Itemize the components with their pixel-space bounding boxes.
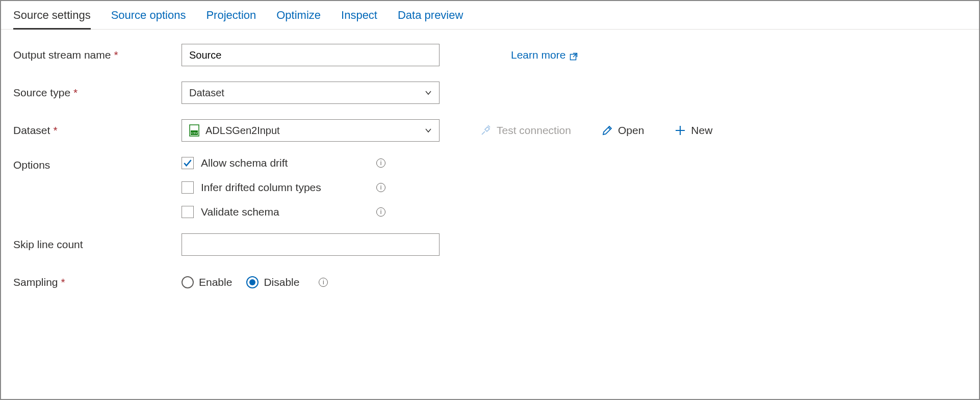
- row-skip-line-count: Skip line count: [13, 233, 967, 256]
- tab-source-options[interactable]: Source options: [111, 3, 186, 30]
- plus-icon: [675, 125, 686, 136]
- info-icon[interactable]: i: [376, 183, 385, 192]
- external-link-icon: [570, 51, 578, 59]
- dataset-select[interactable]: CSV ADLSGen2Input: [182, 119, 440, 142]
- tab-optimize[interactable]: Optimize: [276, 3, 321, 30]
- plug-icon: [480, 125, 492, 136]
- label-dataset: Dataset*: [13, 124, 182, 137]
- skip-line-count-input[interactable]: [182, 233, 440, 256]
- tab-source-settings[interactable]: Source settings: [13, 3, 91, 30]
- info-icon[interactable]: i: [319, 278, 328, 287]
- label-text: Source type: [13, 87, 70, 99]
- radio-circle: [246, 276, 259, 288]
- required-asterisk: *: [61, 276, 65, 288]
- validate-schema-label: Validate schema: [201, 206, 354, 218]
- label-text: Skip line count: [13, 238, 83, 251]
- sampling-enable-radio[interactable]: Enable: [182, 276, 232, 288]
- label-source-type: Source type*: [13, 87, 182, 99]
- label-sampling: Sampling*: [13, 276, 182, 288]
- source-type-select[interactable]: Dataset: [182, 82, 440, 104]
- learn-more-link[interactable]: Learn more: [511, 49, 578, 61]
- tab-inspect[interactable]: Inspect: [341, 3, 377, 30]
- chevron-down-icon: [425, 127, 432, 134]
- skip-line-count-field[interactable]: [189, 239, 432, 251]
- option-allow-schema-drift: Allow schema drift i: [182, 157, 385, 169]
- label-skip-line-count: Skip line count: [13, 238, 182, 251]
- sampling-enable-label: Enable: [199, 276, 232, 288]
- output-stream-name-field[interactable]: [189, 49, 432, 61]
- svg-text:CSV: CSV: [191, 131, 197, 135]
- row-sampling: Sampling* Enable Disable i: [13, 271, 967, 294]
- source-type-value: Dataset: [189, 87, 224, 99]
- tab-projection[interactable]: Projection: [206, 3, 256, 30]
- row-options: Options Allow schema drift i Infer drift…: [13, 157, 967, 218]
- info-icon[interactable]: i: [376, 158, 385, 168]
- test-connection-label: Test connection: [497, 124, 571, 137]
- sampling-disable-radio[interactable]: Disable: [246, 276, 299, 288]
- required-asterisk: *: [73, 87, 78, 99]
- new-label: New: [691, 124, 712, 137]
- test-connection-button[interactable]: Test connection: [480, 124, 571, 137]
- edit-icon: [602, 125, 613, 136]
- label-options: Options: [13, 157, 182, 171]
- new-button[interactable]: New: [675, 124, 712, 137]
- open-button[interactable]: Open: [602, 124, 644, 137]
- learn-more-text: Learn more: [511, 49, 565, 61]
- chevron-down-icon: [425, 89, 432, 96]
- info-icon[interactable]: i: [376, 207, 385, 217]
- option-infer-drifted-types: Infer drifted column types i: [182, 181, 385, 194]
- allow-schema-drift-label: Allow schema drift: [201, 157, 354, 169]
- validate-schema-checkbox[interactable]: [182, 206, 194, 218]
- row-output-stream-name: Output stream name* Learn more: [13, 44, 967, 66]
- output-stream-name-input[interactable]: [182, 44, 440, 66]
- label-text: Dataset: [13, 124, 50, 137]
- tab-bar: Source settings Source options Projectio…: [1, 1, 979, 30]
- option-validate-schema: Validate schema i: [182, 206, 385, 218]
- label-text: Options: [13, 159, 50, 171]
- csv-file-icon: CSV: [189, 124, 199, 137]
- tab-data-preview[interactable]: Data preview: [398, 3, 463, 30]
- label-text: Output stream name: [13, 49, 111, 61]
- infer-drifted-types-checkbox[interactable]: [182, 181, 194, 194]
- sampling-disable-label: Disable: [264, 276, 299, 288]
- required-asterisk: *: [53, 124, 57, 137]
- label-text: Sampling: [13, 276, 58, 288]
- label-output-stream-name: Output stream name*: [13, 49, 182, 61]
- row-dataset: Dataset* CSV ADLSGen2Input: [13, 119, 967, 142]
- form-panel: Output stream name* Learn more Source ty…: [1, 30, 979, 308]
- open-label: Open: [618, 124, 644, 137]
- row-source-type: Source type* Dataset: [13, 82, 967, 104]
- infer-drifted-types-label: Infer drifted column types: [201, 181, 354, 194]
- required-asterisk: *: [114, 49, 118, 61]
- radio-circle: [182, 276, 194, 288]
- allow-schema-drift-checkbox[interactable]: [182, 157, 194, 169]
- dataset-value: ADLSGen2Input: [205, 125, 280, 137]
